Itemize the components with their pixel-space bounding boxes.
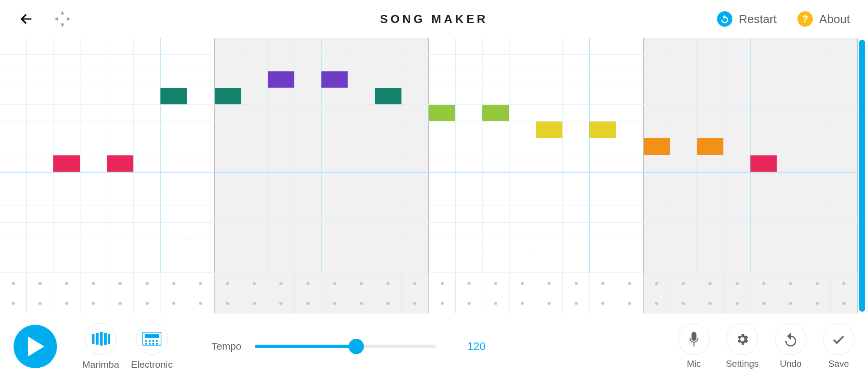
note-cell[interactable] [777,189,804,206]
note-cell[interactable] [375,122,402,138]
note-cell[interactable] [160,206,187,222]
beat-cell[interactable] [241,294,268,314]
note-cell[interactable] [27,138,53,154]
note-cell[interactable] [348,173,375,189]
note-cell[interactable] [697,256,724,272]
note-cell[interactable] [750,223,777,239]
note-cell[interactable] [241,55,268,71]
beat-cell[interactable] [724,273,750,294]
note-cell[interactable] [482,88,509,104]
note[interactable] [750,155,777,172]
note-cell[interactable] [348,256,375,272]
save-button[interactable]: Save [823,323,854,369]
note-cell[interactable] [456,155,482,172]
note-cell[interactable] [697,38,724,54]
note-cell[interactable] [724,155,750,172]
note-cell[interactable] [268,38,295,54]
note-cell[interactable] [831,155,858,172]
note-cell[interactable] [402,122,429,138]
note-cell[interactable] [402,256,429,272]
note-cell[interactable] [321,71,348,88]
note-cell[interactable] [321,38,348,54]
note-cell[interactable] [268,173,295,189]
beat-cell[interactable] [107,273,134,294]
note-cell[interactable] [724,239,750,256]
note-cell[interactable] [616,88,643,104]
note-cell[interactable] [27,105,53,121]
note-cell[interactable] [187,71,214,88]
beat-cell[interactable] [750,294,777,314]
note-cell[interactable] [27,223,53,239]
note-cell[interactable] [456,138,482,154]
note-cell[interactable] [482,122,509,138]
note-cell[interactable] [482,239,509,256]
note[interactable] [590,122,616,138]
note-cell[interactable] [134,105,160,121]
play-button[interactable] [14,325,57,368]
note-cell[interactable] [724,189,750,206]
note-cell[interactable] [268,55,295,71]
note-cell[interactable] [482,55,509,71]
note-cell[interactable] [134,239,160,256]
beat-cell[interactable] [27,273,53,294]
note-cell[interactable] [456,105,482,121]
note-cell[interactable] [804,138,831,154]
beat-cell[interactable] [590,273,616,294]
note-cell[interactable] [187,189,214,206]
note-cell[interactable] [616,38,643,54]
beat-cell[interactable] [697,273,724,294]
note-cell[interactable] [482,38,509,54]
note[interactable] [536,122,562,138]
note-cell[interactable] [402,55,429,71]
note-cell[interactable] [0,256,27,272]
move-button[interactable] [52,9,72,29]
note-cell[interactable] [670,206,697,222]
note-cell[interactable] [644,122,670,138]
note-cell[interactable] [616,138,643,154]
note-cell[interactable] [53,122,80,138]
note-cell[interactable] [80,122,107,138]
note-cell[interactable] [724,122,750,138]
note-cell[interactable] [563,155,590,172]
note-cell[interactable] [321,88,348,104]
note-cell[interactable] [215,189,241,206]
note-cell[interactable] [160,189,187,206]
note-cell[interactable] [268,71,295,88]
note-cell[interactable] [160,239,187,256]
note-cell[interactable] [429,239,456,256]
note-cell[interactable] [53,256,80,272]
note-cell[interactable] [429,223,456,239]
note-cell[interactable] [536,223,563,239]
beat-cell[interactable] [375,294,402,314]
note-cell[interactable] [697,155,724,172]
note-cell[interactable] [107,155,134,172]
note-cell[interactable] [402,105,429,121]
note-cell[interactable] [509,223,536,239]
note-cell[interactable] [321,105,348,121]
beat-cell[interactable] [777,294,804,314]
note-cell[interactable] [215,38,241,54]
note-cell[interactable] [563,71,590,88]
note-cell[interactable] [536,155,563,172]
note-cell[interactable] [241,122,268,138]
note-cell[interactable] [295,105,321,121]
note-cell[interactable] [295,173,321,189]
note-cell[interactable] [697,239,724,256]
note-cell[interactable] [750,155,777,172]
note-cell[interactable] [321,223,348,239]
note-cell[interactable] [160,88,187,104]
note-cell[interactable] [348,189,375,206]
note[interactable] [375,88,401,104]
note-cell[interactable] [295,223,321,239]
note-cell[interactable] [804,155,831,172]
note-cell[interactable] [53,173,80,189]
beat-cell[interactable] [187,273,214,294]
beat-cell[interactable] [402,294,429,314]
note-cell[interactable] [536,239,563,256]
note-cell[interactable] [670,88,697,104]
note-cell[interactable] [831,189,858,206]
note-cell[interactable] [644,38,670,54]
note-cell[interactable] [27,38,53,54]
beat-cell[interactable] [215,294,241,314]
note-cell[interactable] [53,155,80,172]
